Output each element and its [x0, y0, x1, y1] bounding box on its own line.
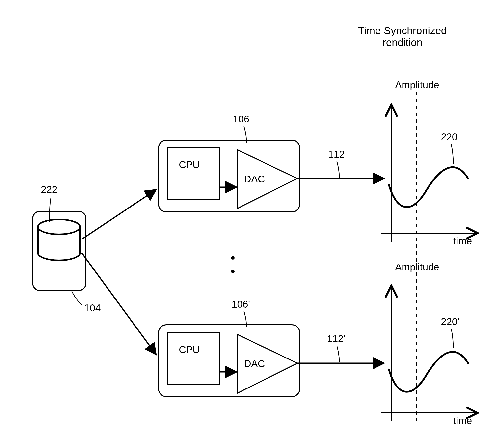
diagram-svg	[0, 0, 484, 448]
waveform-top	[389, 167, 468, 207]
amplitude-label-bottom: Amplitude	[395, 262, 439, 273]
dac-label-bottom: DAC	[244, 358, 265, 369]
source-container	[33, 198, 86, 305]
svg-rect-2	[159, 140, 300, 212]
diagram-canvas: Time Synchronized rendition 222 104 CPU …	[0, 0, 484, 448]
waveform-bottom	[389, 352, 468, 392]
cpu-block-bottom	[167, 332, 219, 384]
graph-top	[381, 107, 476, 242]
dac-label-top: DAC	[244, 174, 265, 185]
cpu-label-top: CPU	[179, 159, 200, 170]
ref-out-top: 112	[328, 149, 345, 160]
time-label-bottom: time	[453, 415, 472, 426]
ref-wave-top: 220	[441, 131, 457, 143]
svg-rect-4	[159, 325, 300, 397]
cpu-block-top	[167, 148, 219, 200]
diagram-title: Time Synchronized rendition	[350, 25, 455, 49]
ref-cylinder: 222	[41, 184, 57, 195]
arrow-source-to-top	[82, 190, 156, 239]
ref-wave-bottom: 220'	[441, 316, 459, 327]
cylinder-icon	[38, 219, 80, 260]
cpu-label-bottom: CPU	[179, 344, 200, 355]
svg-point-1	[38, 219, 80, 234]
title-line2: rendition	[350, 37, 455, 49]
time-label-top: time	[453, 236, 472, 247]
ref-out-bottom: 112'	[327, 333, 345, 344]
graph-bottom	[381, 288, 476, 421]
ellipsis-dot	[231, 256, 235, 260]
amplitude-label-top: Amplitude	[395, 79, 439, 90]
ref-container: 104	[84, 302, 101, 314]
ref-node-bottom: 106'	[232, 299, 250, 310]
ellipsis-dot	[231, 270, 235, 273]
ref-node-top: 106	[233, 114, 249, 125]
title-line1: Time Synchronized	[350, 25, 455, 37]
